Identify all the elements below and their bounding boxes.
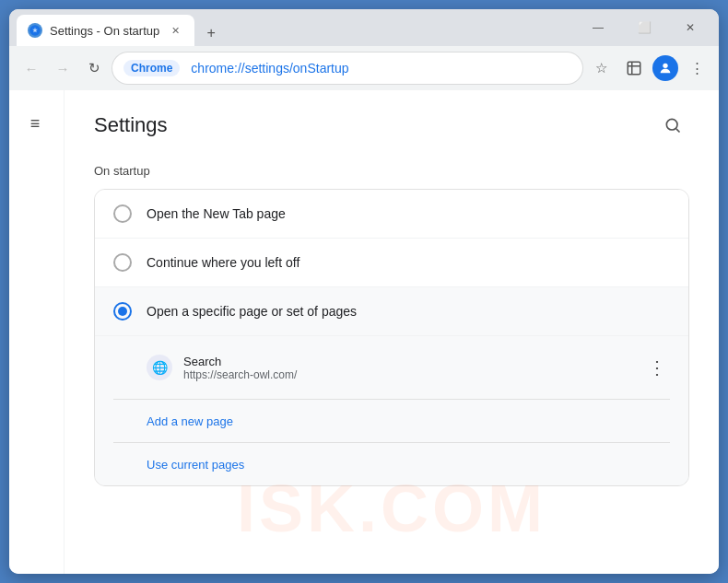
section-label: On startup xyxy=(94,164,689,178)
forward-button[interactable]: → xyxy=(48,53,77,83)
settings-sidebar: ≡ xyxy=(9,90,65,574)
radio-specific[interactable] xyxy=(113,302,132,321)
option-continue[interactable]: Continue where you left off xyxy=(95,239,688,287)
startup-pages-subsection: 🌐 Search https://search-owl.com/ ⋮ xyxy=(95,336,688,399)
reload-button[interactable]: ↻ xyxy=(79,53,109,83)
option-continue-label: Continue where you left off xyxy=(147,255,299,270)
title-bar: Settings - On startup ✕ + — ⬜ ✕ xyxy=(9,9,719,46)
page-content: ≡ Settings On startup xyxy=(9,90,719,574)
settings-search-button[interactable] xyxy=(656,109,689,142)
sidebar-menu-icon[interactable]: ≡ xyxy=(17,105,53,142)
add-page-row: Add a new page xyxy=(95,400,688,442)
maximize-button[interactable]: ⬜ xyxy=(623,13,665,42)
extensions-button[interactable] xyxy=(619,53,649,83)
address-bar[interactable]: Chrome chrome://settings/onStartup xyxy=(112,52,582,84)
radio-new-tab[interactable] xyxy=(113,204,132,223)
back-button[interactable]: ← xyxy=(17,53,46,83)
use-current-row: Use current pages xyxy=(95,443,688,485)
page-header: Settings xyxy=(94,109,689,142)
site-name: Search xyxy=(183,355,633,368)
menu-button[interactable]: ⋮ xyxy=(682,53,711,83)
add-new-page-link[interactable]: Add a new page xyxy=(147,414,233,428)
site-url: https://search-owl.com/ xyxy=(183,368,633,381)
radio-continue[interactable] xyxy=(113,253,132,272)
option-specific-label: Open a specific page or set of pages xyxy=(147,304,357,319)
browser-toolbar: ← → ↻ Chrome chrome://settings/onStartup… xyxy=(9,46,719,90)
tab-close-button[interactable]: ✕ xyxy=(167,22,183,39)
nav-buttons: ← → ↻ xyxy=(17,53,109,83)
startup-options-card: Open the New Tab page Continue where you… xyxy=(94,189,689,486)
tab-area: Settings - On startup ✕ + xyxy=(17,9,573,46)
chrome-brand-label: Chrome xyxy=(123,60,180,76)
minimize-button[interactable]: — xyxy=(577,13,619,42)
startup-page-item: 🌐 Search https://search-owl.com/ ⋮ xyxy=(147,344,670,391)
page-content-wrapper: Settings On startup Open the New Tab pag… xyxy=(65,90,719,574)
tab-title: Settings - On startup xyxy=(50,24,159,38)
option-new-tab-label: Open the New Tab page xyxy=(147,206,286,221)
svg-point-2 xyxy=(666,119,677,130)
site-icon: 🌐 xyxy=(147,355,172,380)
new-tab-button[interactable]: + xyxy=(198,20,224,46)
option-specific[interactable]: Open a specific page or set of pages xyxy=(95,287,688,336)
svg-point-1 xyxy=(663,64,667,68)
radio-specific-dot xyxy=(118,307,127,316)
tab-favicon xyxy=(28,23,42,38)
address-text: chrome://settings/onStartup xyxy=(191,61,571,76)
active-tab[interactable]: Settings - On startup ✕ xyxy=(17,15,194,46)
site-info: Search https://search-owl.com/ xyxy=(183,355,633,381)
option-new-tab[interactable]: Open the New Tab page xyxy=(95,190,688,239)
page-title: Settings xyxy=(94,113,168,137)
site-menu-button[interactable]: ⋮ xyxy=(644,353,670,382)
profile-button[interactable] xyxy=(652,55,678,81)
toolbar-right: ☆ ⋮ xyxy=(586,53,711,83)
window-controls: — ⬜ ✕ xyxy=(577,13,711,42)
use-current-pages-link[interactable]: Use current pages xyxy=(147,458,244,472)
settings-main: Settings On startup Open the New Tab pag… xyxy=(65,90,719,574)
close-button[interactable]: ✕ xyxy=(669,13,711,42)
bookmark-button[interactable]: ☆ xyxy=(586,53,616,83)
